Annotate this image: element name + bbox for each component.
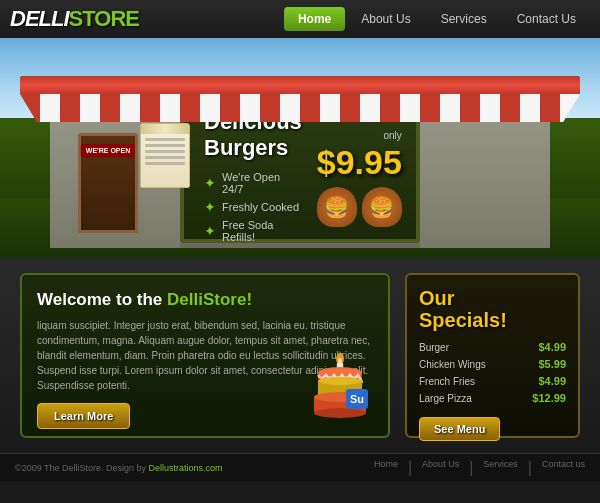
- nav-item-home[interactable]: Home: [284, 7, 345, 31]
- scroll-line: [145, 144, 185, 147]
- logo-store: STORE: [69, 6, 139, 31]
- menu-line-text: Freshly Cooked: [222, 201, 299, 213]
- header: DELLISTORE Home About Us Services Contac…: [0, 0, 600, 38]
- nav-item-about[interactable]: About Us: [347, 7, 424, 31]
- scroll-line: [145, 162, 185, 165]
- logo-delli: DELLI: [10, 6, 69, 31]
- svg-text:Su: Su: [350, 393, 364, 405]
- store-door: WE'RE OPEN: [78, 133, 138, 233]
- specials-title: OurSpecials!: [419, 287, 566, 331]
- menu-line-3: ✦ Free Soda Refills!: [204, 219, 302, 243]
- welcome-title: Welcome to the DelliStore!: [37, 290, 373, 310]
- scroll-curl: [141, 124, 189, 134]
- hero-section: WE'RE OPEN Delicious Burgers ✦ We're Ope…: [0, 38, 600, 258]
- menu-line-2: ✦ Freshly Cooked: [204, 199, 302, 215]
- special-name: Burger: [419, 342, 449, 353]
- burger-icon-2: 🍔: [362, 187, 402, 227]
- special-row: Chicken Wings $5.99: [419, 358, 566, 370]
- scroll-line: [145, 156, 185, 159]
- menu-board: Delicious Burgers ✦ We're Open 24/7 ✦ Fr…: [180, 113, 420, 243]
- footer-nav-about[interactable]: About Us: [422, 459, 459, 477]
- only-label: only: [383, 130, 401, 141]
- scroll-lines: [141, 134, 189, 187]
- menu-line-text: We're Open 24/7: [222, 171, 302, 195]
- footer-link-dellustrations[interactable]: Dellustrations.com: [149, 463, 223, 473]
- main-content: Welcome to the DelliStore! liquam suscip…: [0, 258, 600, 453]
- footer-left-text: ©2009 The DelliStore. Design by: [15, 463, 149, 473]
- welcome-section: Welcome to the DelliStore! liquam suscip…: [20, 273, 390, 438]
- special-name: Chicken Wings: [419, 359, 486, 370]
- welcome-image: Su: [308, 351, 378, 426]
- svg-point-7: [318, 377, 362, 385]
- special-name: Large Pizza: [419, 393, 472, 404]
- special-price: $5.99: [538, 358, 566, 370]
- special-name: French Fries: [419, 376, 475, 387]
- door-sign: WE'RE OPEN: [81, 144, 135, 157]
- welcome-title-plain: Welcome to the: [37, 290, 167, 309]
- special-row: Large Pizza $12.99: [419, 392, 566, 404]
- footer-nav-home[interactable]: Home: [374, 459, 398, 477]
- bullet-icon: ✦: [204, 175, 216, 191]
- footer: ©2009 The DelliStore. Design by Dellustr…: [0, 453, 600, 481]
- see-menu-button[interactable]: See Menu: [419, 417, 500, 441]
- awning-stripes: [20, 94, 580, 122]
- awning: [20, 76, 580, 122]
- special-price: $12.99: [532, 392, 566, 404]
- menu-content: Delicious Burgers ✦ We're Open 24/7 ✦ Fr…: [204, 109, 302, 247]
- special-price: $4.99: [538, 375, 566, 387]
- footer-nav: Home | About Us | Services | Contact us: [374, 459, 585, 477]
- special-row: French Fries $4.99: [419, 375, 566, 387]
- specials-section: OurSpecials! Burger $4.99 Chicken Wings …: [405, 273, 580, 438]
- scroll-paper: [140, 123, 190, 188]
- footer-nav-contact[interactable]: Contact us: [542, 459, 585, 477]
- awning-top: [20, 76, 580, 94]
- menu-price-area: only $9.95 🍔 🍔: [302, 130, 402, 227]
- nav: Home About Us Services Contact Us: [284, 7, 590, 31]
- menu-line-1: ✦ We're Open 24/7: [204, 171, 302, 195]
- scroll-line: [145, 150, 185, 153]
- special-price: $4.99: [538, 341, 566, 353]
- menu-line-text: Free Soda Refills!: [222, 219, 302, 243]
- learn-more-button[interactable]: Learn More: [37, 403, 130, 429]
- burger-icons: 🍔 🍔: [317, 187, 402, 227]
- burger-icon-1: 🍔: [317, 187, 357, 227]
- menu-price: $9.95: [317, 143, 402, 182]
- footer-copyright: ©2009 The DelliStore. Design by Dellustr…: [15, 463, 223, 473]
- specials-list: Burger $4.99 Chicken Wings $5.99 French …: [419, 341, 566, 404]
- special-row: Burger $4.99: [419, 341, 566, 353]
- welcome-title-brand: DelliStore!: [167, 290, 252, 309]
- nav-item-contact[interactable]: Contact Us: [503, 7, 590, 31]
- svg-point-11: [314, 408, 366, 418]
- scroll-line: [145, 138, 185, 141]
- bullet-icon: ✦: [204, 223, 216, 239]
- logo: DELLISTORE: [10, 6, 139, 32]
- nav-item-services[interactable]: Services: [427, 7, 501, 31]
- bullet-icon: ✦: [204, 199, 216, 215]
- footer-nav-services[interactable]: Services: [483, 459, 518, 477]
